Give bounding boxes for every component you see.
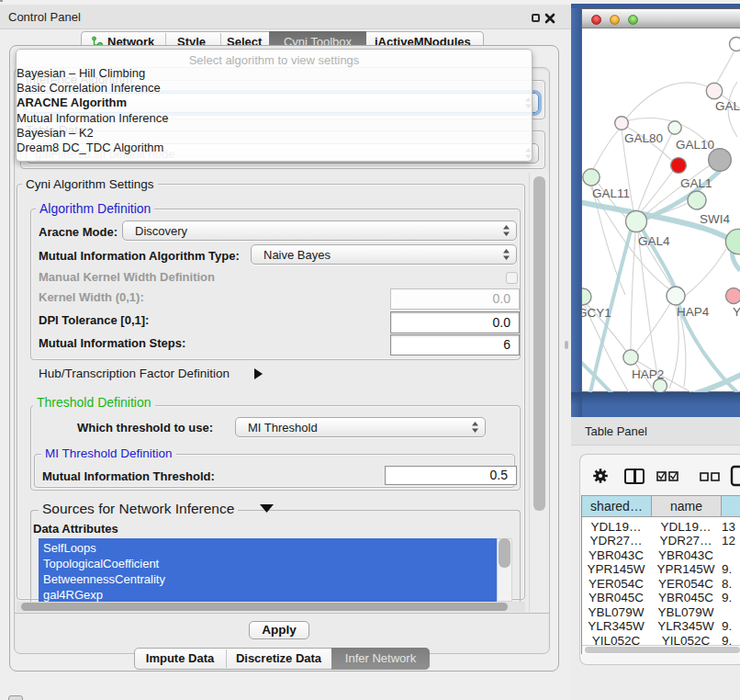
svg-text:GAL80: GAL80 [624,131,663,145]
svg-text:GCY1: GCY1 [582,306,611,320]
svg-text:HAP2: HAP2 [632,367,664,381]
svg-text:GAL: GAL [715,99,740,113]
svg-text:GAL4: GAL4 [638,234,670,248]
svg-text:SWI4: SWI4 [700,212,730,226]
svg-text:Y: Y [733,305,740,319]
svg-text:GAL11: GAL11 [592,186,630,200]
svg-text:HAP4: HAP4 [677,305,710,319]
svg-text:GAL1: GAL1 [680,176,712,190]
svg-text:GAL10: GAL10 [676,138,714,152]
